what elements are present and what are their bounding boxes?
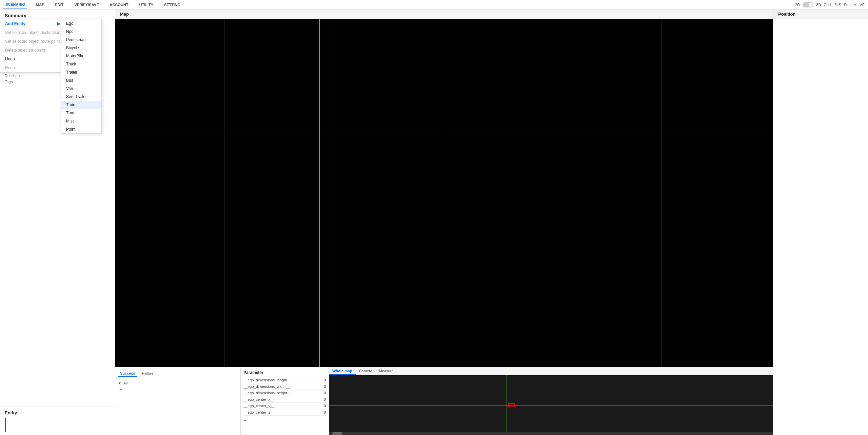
- minimap-vehicle: [508, 403, 515, 407]
- entity-pedestrian[interactable]: Pedestrian: [61, 36, 101, 44]
- param-name-1: __ego_dimensions_width__: [243, 384, 290, 389]
- param-name-2: __ego_dimensions_height__: [243, 391, 291, 395]
- dropdown-main-menu: Add Entity ▶ Set selected object destina…: [0, 19, 65, 73]
- grid-v-3: [443, 19, 443, 367]
- success-content: ▼ All +: [118, 380, 238, 394]
- entity-bicycle[interactable]: Bicycle: [61, 44, 101, 52]
- set-destination-item: Set selected object destination: [0, 28, 65, 37]
- right-panel: Position: [773, 10, 868, 435]
- redo-item: Redo: [0, 63, 65, 72]
- summary-title: Summary: [5, 13, 26, 18]
- entity-bus[interactable]: Bus: [61, 76, 101, 84]
- wholemap-panel: Whole map Camera Measure: [329, 367, 773, 435]
- entity-point[interactable]: Point: [61, 125, 101, 133]
- entity-ego[interactable]: Ego: [61, 19, 101, 27]
- minimap-crosshair-h: [329, 405, 773, 405]
- param-name-5: __ego_center_z__: [243, 410, 274, 414]
- entity-type-submenu: Ego Npc Pedestrian Bicycle MotorBike Tru…: [61, 19, 102, 134]
- param-row-4: __ego_center_y__ 0: [243, 403, 326, 409]
- entity-semitrailer[interactable]: SemiTrailer: [61, 93, 101, 101]
- success-failure-tabs: Success Failure: [118, 370, 238, 377]
- nav-scenario[interactable]: SCENARIO: [3, 1, 27, 8]
- minimap-crosshair-v: [507, 375, 507, 435]
- add-entity-menu-item[interactable]: Add Entity ▶: [0, 19, 65, 28]
- tags-label: Tags: [5, 80, 45, 84]
- entity-section: Entity: [0, 406, 115, 435]
- param-row-3: __ego_center_x__ 0: [243, 396, 326, 403]
- grid-label: Grid:: [824, 3, 832, 7]
- map-canvas[interactable]: [115, 19, 773, 367]
- nav-edit[interactable]: EDIT: [53, 1, 66, 8]
- set-route-point-item: Set selected object route point: [0, 37, 65, 46]
- grid-v-5: [661, 19, 662, 367]
- param-value-2: 0: [324, 391, 326, 395]
- grid-value: 54S: [834, 3, 841, 7]
- wholemap-canvas[interactable]: [329, 375, 773, 435]
- entity-motorbike[interactable]: MotorBike: [61, 52, 101, 60]
- entity-npc[interactable]: Npc: [61, 27, 101, 36]
- param-value-4: 0: [324, 404, 326, 408]
- entity-trailer[interactable]: Trailer: [61, 68, 101, 76]
- square-label: Square:: [844, 3, 857, 7]
- wholemap-tabs: Whole map Camera Measure: [329, 367, 773, 375]
- param-row-0: __ego_dimensions_length__ 0: [243, 377, 326, 383]
- nav-account[interactable]: ACCOUNT: [108, 1, 131, 8]
- tab-measure[interactable]: Measure: [376, 367, 397, 375]
- add-parameter-button[interactable]: +: [243, 418, 326, 424]
- entity-train[interactable]: Train: [61, 101, 101, 109]
- tab-failure[interactable]: Failure: [140, 370, 156, 377]
- param-name-0: __ego_dimensions_length__: [243, 378, 291, 382]
- param-value-0: 0: [324, 378, 326, 382]
- param-row-5: __ego_center_z__ 0: [243, 409, 326, 416]
- map-header: Map: [115, 10, 773, 19]
- param-name-4: __ego_center_y__: [243, 404, 274, 408]
- minimap-scrollbar-thumb[interactable]: [332, 432, 342, 435]
- grid-h-1: [115, 134, 773, 134]
- tab-whole-map[interactable]: Whole map: [329, 367, 356, 375]
- parameter-title: Parameter: [243, 370, 326, 375]
- param-name-3: __ego_center_x__: [243, 397, 274, 401]
- summary-header: Summary Add Entity ▶ Set selected object…: [0, 10, 115, 22]
- main-layout: Summary Add Entity ▶ Set selected object…: [0, 10, 868, 435]
- grid-v-1: [224, 19, 225, 367]
- nav-verify-save[interactable]: VERIFY/SAVE: [73, 1, 101, 8]
- tab-success[interactable]: Success: [118, 370, 137, 377]
- add-entity-label: Add Entity: [5, 21, 25, 26]
- entity-truck[interactable]: Truck: [61, 60, 101, 68]
- entity-border-indicator: [5, 418, 110, 432]
- entity-tram[interactable]: Tram: [61, 109, 101, 117]
- 3d-label[interactable]: 3D: [816, 3, 821, 7]
- view-controls: 2D 3D Grid: 54S Square: VE: [795, 2, 865, 7]
- tab-camera[interactable]: Camera: [356, 367, 376, 375]
- entity-van[interactable]: Van: [61, 84, 101, 93]
- position-header: Position: [773, 10, 868, 19]
- param-row-2: __ego_dimensions_height__ 0: [243, 390, 326, 396]
- 2d-label[interactable]: 2D: [795, 3, 800, 7]
- submenu-arrow-icon: ▶: [57, 21, 60, 26]
- param-value-3: 0: [324, 397, 326, 401]
- grid-v-2: [334, 19, 334, 367]
- view-toggle[interactable]: [803, 2, 813, 7]
- entity-misc[interactable]: Misc: [61, 117, 101, 125]
- green-vertical-line: [319, 19, 320, 367]
- all-label: All: [123, 381, 127, 385]
- chevron-icon: ▼: [118, 381, 121, 385]
- nav-map[interactable]: MAP: [34, 1, 46, 8]
- param-value-5: 0: [324, 410, 326, 414]
- entity-title: Entity: [5, 410, 110, 415]
- parameter-panel: Parameter __ego_dimensions_length__ 0 __…: [241, 367, 329, 435]
- square-value: VE: [860, 3, 865, 7]
- nav-utility[interactable]: UTILITY: [137, 1, 156, 8]
- left-sidebar: Summary Add Entity ▶ Set selected object…: [0, 10, 115, 435]
- minimap-scrollbar[interactable]: [329, 432, 773, 435]
- add-entity-dropdown: Add Entity ▶ Set selected object destina…: [0, 19, 65, 73]
- undo-item[interactable]: Undo: [0, 55, 65, 63]
- add-condition-button[interactable]: +: [118, 386, 238, 393]
- bottom-panel: Success Failure ▼ All + Parameter __ego_…: [115, 367, 773, 435]
- map-area: Map Success Failure: [115, 10, 773, 435]
- top-navigation: SCENARIO MAP EDIT VERIFY/SAVE ACCOUNT UT…: [0, 0, 868, 10]
- grid-v-4: [552, 19, 552, 367]
- nav-setting[interactable]: SETTING: [162, 1, 182, 8]
- param-value-1: 0: [324, 384, 326, 389]
- param-row-1: __ego_dimensions_width__ 0: [243, 383, 326, 390]
